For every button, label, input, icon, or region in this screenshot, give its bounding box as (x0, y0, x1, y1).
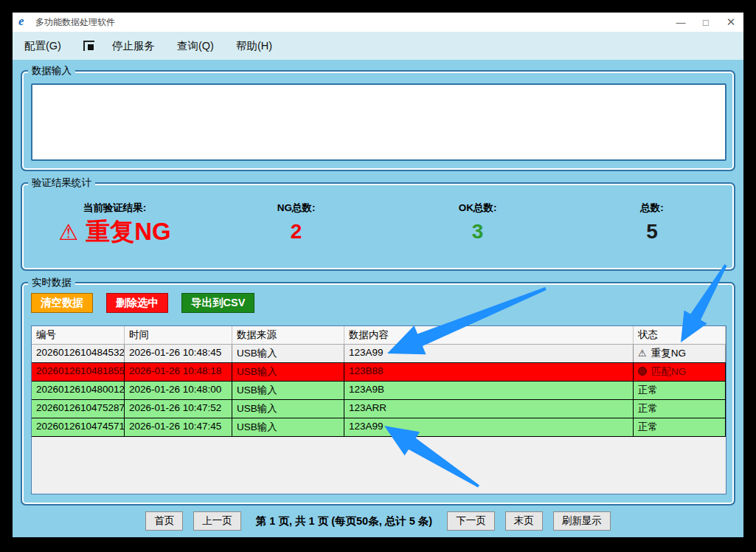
prev-page-button[interactable]: 上一页 (193, 511, 241, 531)
menu-help[interactable]: 帮助(H) (236, 39, 272, 53)
last-page-button[interactable]: 末页 (505, 511, 543, 531)
close-button[interactable]: ✕ (718, 13, 743, 32)
screenshot-stage: e 多功能数据处理软件 — □ ✕ 配置(G) 停止服务 查询(Q) 帮助(H)… (0, 0, 756, 552)
next-page-button[interactable]: 下一页 (447, 511, 495, 531)
cell-id: 2026012610484532 (32, 345, 125, 362)
cell-content: 123B88 (344, 363, 634, 381)
data-input-textarea[interactable] (31, 83, 726, 161)
cell-status: ⚠重复NG (634, 345, 726, 362)
cell-source: USB输入 (232, 363, 344, 381)
stats-group-label: 验证结果统计 (28, 176, 95, 190)
cell-time: 2026-01-26 10:47:45 (125, 418, 232, 436)
stat-grand-total: 总数: 5 (570, 201, 734, 244)
table-row[interactable]: 2026012610475287 2026-01-26 10:47:52 USB… (32, 399, 726, 418)
cell-source: USB输入 (232, 345, 344, 362)
cell-source: USB输入 (232, 400, 344, 418)
realtime-groupbox: 实时数据 清空数据 删除选中 导出到CSV 编号 时间 数据来源 数据内容 状态 (21, 282, 735, 506)
cell-id: 2026012610474571 (32, 418, 125, 436)
table-row[interactable]: 2026012610481855 2026-01-26 10:48:18 USB… (32, 362, 726, 381)
data-input-group-label: 数据输入 (28, 64, 75, 77)
cell-id: 2026012610481855 (32, 363, 125, 381)
cell-id: 2026012610480012 (32, 382, 125, 399)
app-logo-icon: e (18, 16, 30, 28)
col-header-status[interactable]: 状态 (634, 326, 726, 344)
stat-ng-value: 2 (207, 221, 385, 243)
cell-content: 123A99 (344, 345, 634, 362)
col-header-time[interactable]: 时间 (125, 326, 232, 344)
menubar: 配置(G) 停止服务 查询(Q) 帮助(H) (13, 32, 743, 60)
minimize-button[interactable]: — (668, 13, 693, 32)
delete-selected-button[interactable]: 删除选中 (106, 293, 168, 313)
table-row[interactable]: 2026012610480012 2026-01-26 10:48:00 USB… (32, 381, 726, 399)
client-area: 数据输入 验证结果统计 当前验证结果: ⚠重复NG NG总数: 2 (13, 60, 743, 537)
cell-time: 2026-01-26 10:48:18 (125, 363, 232, 381)
ng-circle-icon (638, 367, 647, 376)
cell-time: 2026-01-26 10:47:52 (125, 400, 232, 418)
cell-time: 2026-01-26 10:48:00 (125, 382, 232, 399)
stat-total-value: 5 (570, 221, 734, 243)
cell-status: 正常 (634, 382, 726, 399)
export-csv-button[interactable]: 导出到CSV (181, 293, 254, 313)
page-info-text: 第 1 页, 共 1 页 (每页50条, 总计 5 条) (256, 514, 432, 528)
cell-id: 2026012610475287 (32, 400, 125, 418)
cell-content: 123ARR (344, 400, 634, 418)
col-header-id[interactable]: 编号 (32, 326, 125, 344)
pagination-bar: 首页 上一页 第 1 页, 共 1 页 (每页50条, 总计 5 条) 下一页 … (13, 511, 743, 531)
titlebar: e 多功能数据处理软件 — □ ✕ (13, 13, 743, 32)
clear-data-button[interactable]: 清空数据 (31, 293, 93, 313)
cell-source: USB输入 (232, 418, 344, 436)
current-result-text: 重复NG (86, 218, 171, 245)
cell-source: USB输入 (232, 382, 344, 399)
realtime-group-label: 实时数据 (28, 276, 75, 289)
window-title: 多功能数据处理软件 (35, 16, 115, 29)
cell-content: 123A99 (344, 418, 634, 436)
table-row[interactable]: 2026012610484532 2026-01-26 10:48:45 USB… (32, 345, 726, 362)
table-row[interactable]: 2026012610474571 2026-01-26 10:47:45 USB… (32, 418, 726, 437)
table-action-buttons: 清空数据 删除选中 导出到CSV (31, 293, 254, 313)
cell-content: 123A9B (344, 382, 634, 399)
menu-stop-service[interactable]: 停止服务 (112, 39, 155, 53)
stat-current-value: ⚠重复NG (22, 221, 207, 244)
menu-query[interactable]: 查询(Q) (177, 39, 214, 53)
cell-status: 正常 (634, 418, 726, 436)
data-input-groupbox: 数据输入 (21, 70, 735, 171)
window-controls: — □ ✕ (668, 13, 743, 32)
maximize-button[interactable]: □ (693, 13, 718, 32)
stats-groupbox: 验证结果统计 当前验证结果: ⚠重复NG NG总数: 2 OK总数: 3 (21, 182, 735, 271)
table-header-row: 编号 时间 数据来源 数据内容 状态 (32, 326, 726, 345)
realtime-data-table: 编号 时间 数据来源 数据内容 状态 2026012610484532 2026… (31, 325, 726, 494)
warning-triangle-icon: ⚠ (58, 220, 78, 244)
app-window: e 多功能数据处理软件 — □ ✕ 配置(G) 停止服务 查询(Q) 帮助(H)… (13, 13, 743, 537)
stat-ok-total: OK总数: 3 (385, 201, 570, 244)
menu-config[interactable]: 配置(G) (24, 39, 61, 53)
stat-current-label: 当前验证结果: (22, 201, 207, 215)
refresh-button[interactable]: 刷新显示 (553, 511, 611, 531)
stat-total-label: 总数: (570, 201, 734, 215)
stop-service-icon[interactable] (83, 41, 94, 51)
col-header-source[interactable]: 数据来源 (232, 326, 344, 344)
stats-row: 当前验证结果: ⚠重复NG NG总数: 2 OK总数: 3 总数: (22, 184, 734, 244)
warning-triangle-icon: ⚠ (638, 348, 647, 359)
first-page-button[interactable]: 首页 (145, 511, 183, 531)
stat-ng-total: NG总数: 2 (207, 201, 385, 244)
cell-status: 匹配NG (634, 363, 726, 381)
stat-ok-label: OK总数: (385, 201, 570, 215)
cell-status: 正常 (634, 400, 726, 418)
stat-current-result: 当前验证结果: ⚠重复NG (22, 201, 207, 244)
stat-ng-label: NG总数: (207, 201, 385, 215)
col-header-content[interactable]: 数据内容 (344, 326, 634, 344)
stat-ok-value: 3 (385, 221, 570, 243)
cell-time: 2026-01-26 10:48:45 (125, 345, 232, 362)
